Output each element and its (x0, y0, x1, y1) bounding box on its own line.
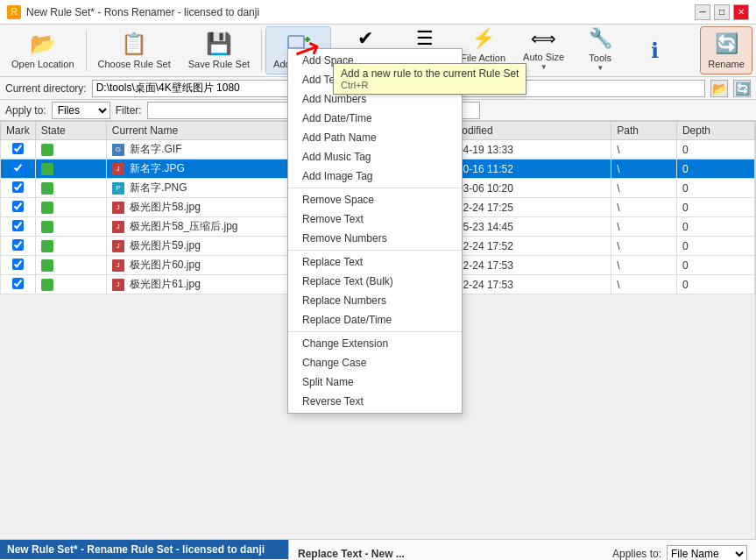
dropdown-item-add-music-tag[interactable]: Add Music Tag (288, 147, 462, 167)
row-mark-checkbox[interactable] (12, 143, 24, 154)
row-path-cell: \ (611, 275, 677, 294)
row-state-cell (35, 256, 106, 275)
tools-icon: 🔧 (586, 27, 614, 50)
dropdown-item-change-extension[interactable]: Change Extension (288, 334, 462, 353)
col-state: State (35, 122, 106, 140)
svg-rect-0 (288, 36, 304, 48)
row-state-cell (35, 179, 106, 198)
row-mark-cell (1, 159, 36, 179)
browse-dir-button[interactable]: 📂 (710, 80, 728, 97)
rule-panel-header: New Rule Set* - Rename Rule Set - licens… (0, 540, 288, 559)
open-location-label: Open Location (11, 59, 74, 69)
close-button[interactable]: ✕ (733, 4, 749, 20)
dropdown-item-replace-text[interactable]: Replace Text (288, 252, 462, 272)
choose-rule-set-icon: 📋 (120, 32, 148, 56)
row-depth-cell: 0 (676, 275, 754, 294)
open-location-icon: 📂 (29, 32, 57, 56)
col-path: Path (611, 122, 677, 140)
save-rule-set-button[interactable]: 💾 Save Rule Set (180, 26, 258, 74)
row-depth-cell: 0 (676, 217, 754, 237)
row-depth-cell: 0 (676, 179, 754, 198)
row-state-cell (35, 140, 106, 159)
dropdown-item-add-path-name[interactable]: Add Path Name (288, 128, 462, 147)
refresh-button[interactable]: 🔄 (733, 80, 751, 97)
row-mark-cell (1, 179, 36, 198)
row-state-cell (35, 217, 106, 237)
apply-to-label: Apply to: (5, 104, 46, 117)
info-icon: ℹ (640, 39, 668, 63)
row-mark-checkbox[interactable] (12, 201, 24, 212)
open-location-button[interactable]: 📂 Open Location (4, 26, 82, 74)
row-path-cell: \ (611, 256, 677, 275)
rename-button[interactable]: 🔄 Rename (700, 26, 752, 74)
info-button[interactable]: ℹ (628, 26, 681, 74)
dropdown-item-remove-numbers[interactable]: Remove Numbers (288, 229, 462, 248)
row-path-cell: \ (611, 237, 677, 256)
current-dir-label: Current directory: (5, 82, 87, 95)
rule-panel: New Rule Set* - Rename Rule Set - licens… (0, 540, 289, 560)
row-mark-checkbox[interactable] (12, 220, 24, 231)
row-mark-checkbox[interactable] (12, 239, 24, 251)
applies-to-label: Applies to: (612, 548, 661, 560)
bottom-panel: New Rule Set* - Rename Rule Set - licens… (0, 539, 756, 560)
col-mark: Mark (1, 122, 36, 140)
row-mark-cell (1, 217, 36, 237)
col-depth: Depth (676, 122, 754, 140)
choose-rule-set-button[interactable]: 📋 Choose Rule Set (90, 26, 179, 74)
toolbar-right: 🔄 Rename (700, 26, 752, 74)
filter-label: Filter: (116, 104, 142, 117)
dropdown-item-replace-date/time[interactable]: Replace Date/Time (288, 310, 462, 330)
toolbar-sep-1 (86, 30, 87, 71)
row-mark-checkbox[interactable] (12, 181, 24, 193)
row-state-cell (35, 275, 106, 294)
row-mark-checkbox[interactable] (12, 259, 24, 270)
row-mark-cell (1, 237, 36, 256)
auto-size-arrow: ▼ (541, 63, 548, 71)
file-action-icon: ⚡ (470, 27, 498, 50)
replace-panel-title: Replace Text - New ... (298, 548, 405, 560)
tooltip-line1: Add a new rule to the current Rule Set (341, 67, 519, 80)
rename-icon: 🔄 (712, 32, 740, 56)
dropdown-item-split-name[interactable]: Split Name (288, 372, 462, 392)
save-rule-set-label: Save Rule Set (188, 59, 250, 69)
dropdown-item-replace-text-(bulk)[interactable]: Replace Text (Bulk) (288, 272, 462, 291)
dropdown-separator (288, 331, 462, 332)
mark-mode-icon: ✔ (351, 27, 379, 50)
row-mark-checkbox[interactable] (12, 278, 24, 289)
save-rule-set-icon: 💾 (205, 32, 233, 56)
applies-to-select[interactable]: File Name Folder Name Extension (667, 545, 747, 560)
row-state-cell (35, 159, 106, 179)
row-state-cell (35, 237, 106, 256)
dropdown-menu: Add SpaceAdd TextAdd NumbersAdd Date/Tim… (287, 48, 463, 414)
apply-to-select[interactable]: Files Folders Both (52, 102, 110, 119)
title-bar: R New Rule Set* - Rons Renamer - license… (0, 0, 756, 25)
dropdown-item-remove-space[interactable]: Remove Space (288, 190, 462, 209)
dropdown-item-add-image-tag[interactable]: Add Image Tag (288, 167, 462, 186)
dropdown-item-remove-text[interactable]: Remove Text (288, 209, 462, 229)
tools-button[interactable]: 🔧 Tools ▼ (574, 26, 626, 74)
row-depth-cell: 0 (676, 237, 754, 256)
dropdown-item-reverse-text[interactable]: Reverse Text (288, 392, 462, 411)
dropdown-item-replace-numbers[interactable]: Replace Numbers (288, 291, 462, 310)
row-depth-cell: 0 (676, 159, 754, 179)
dropdown-item-add-date/time[interactable]: Add Date/Time (288, 109, 462, 128)
row-mark-cell (1, 275, 36, 294)
tools-arrow: ▼ (597, 64, 604, 72)
maximize-button[interactable]: □ (714, 4, 730, 20)
row-mark-cell (1, 198, 36, 217)
file-action-label: File Action (461, 53, 505, 63)
auto-size-label: Auto Size (523, 52, 564, 62)
row-depth-cell: 0 (676, 140, 754, 159)
row-path-cell: \ (611, 159, 677, 179)
window-title: New Rule Set* - Rons Renamer - licensed … (26, 6, 259, 18)
row-path-cell: \ (611, 198, 677, 217)
minimize-button[interactable]: ─ (695, 4, 710, 20)
row-state-cell (35, 198, 106, 217)
toolbar-sep-2 (261, 30, 262, 71)
tooltip-shortcut: Ctrl+R (341, 80, 519, 90)
row-depth-cell: 0 (676, 198, 754, 217)
app-icon: R (7, 5, 21, 19)
tooltip-popup: Add a new rule to the current Rule Set C… (333, 63, 526, 95)
dropdown-item-change-case[interactable]: Change Case (288, 353, 462, 372)
row-mark-checkbox[interactable] (12, 162, 24, 174)
